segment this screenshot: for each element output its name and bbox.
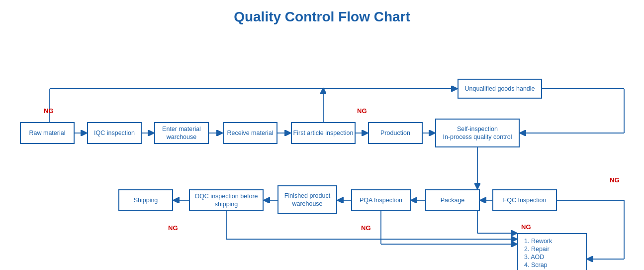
ng-label-1: NG <box>44 107 54 115</box>
ng-label-4: NG <box>521 223 531 231</box>
ng-label-3: NG <box>610 176 620 184</box>
box-shipping: Shipping <box>118 189 173 211</box>
box-fqc-inspection: FQC Inspection <box>492 189 557 211</box>
box-package: Package <box>425 189 480 211</box>
box-production: Production <box>368 122 423 144</box>
box-receive-material: Receive material <box>223 122 277 144</box>
box-iqc-inspection: IQC inspection <box>87 122 142 144</box>
page-title: Quality Control Flow Chart <box>0 0 644 30</box>
box-self-inspection: Self-inspectionIn-process quality contro… <box>435 119 520 147</box>
ng-label-2: NG <box>357 107 367 115</box>
box-raw-material: Raw material <box>20 122 75 144</box>
box-enter-material: Enter materialwarchouse <box>154 122 209 144</box>
flowchart: Raw material IQC inspection Enter materi… <box>0 30 644 270</box>
ng-label-5: NG <box>168 224 178 232</box>
box-oqc-inspection: OQC inspection beforeshipping <box>189 189 264 211</box>
ng-label-6: NG <box>361 224 371 232</box>
box-first-article: First article inspection <box>291 122 356 144</box>
box-finished-product: Finished productwarehouse <box>277 185 337 214</box>
box-unqualified: Unqualified goods handle <box>458 79 542 99</box>
box-pqa-inspection: PQA Inspection <box>351 189 411 211</box>
box-rework: 1. Rework 2. Repair 3. AOD 4. Scrap <box>517 233 587 270</box>
